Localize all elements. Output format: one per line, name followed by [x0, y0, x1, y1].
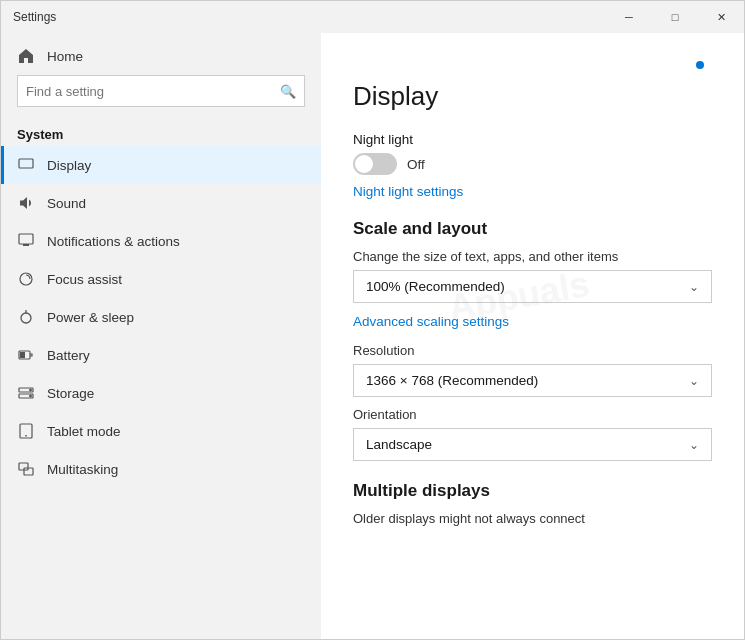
- toggle-knob: [355, 155, 373, 173]
- svg-point-3: [21, 313, 31, 323]
- resolution-label: Resolution: [353, 343, 712, 358]
- sidebar-item-notifications[interactable]: Notifications & actions: [1, 222, 321, 260]
- close-button[interactable]: ✕: [698, 1, 744, 33]
- monitor-icon: [688, 57, 712, 81]
- resolution-chevron-icon: ⌄: [689, 374, 699, 388]
- multiple-displays-section: Multiple displays Older displays might n…: [353, 481, 712, 526]
- sidebar-item-tablet[interactable]: Tablet mode: [1, 412, 321, 450]
- home-icon: [17, 47, 35, 65]
- settings-window: Settings ─ □ ✕ Home 🔍: [0, 0, 745, 640]
- scale-dropdown[interactable]: 100% (Recommended) ⌄: [353, 270, 712, 303]
- night-light-toggle[interactable]: [353, 153, 397, 175]
- svg-point-9: [30, 395, 32, 397]
- sidebar-item-notifications-label: Notifications & actions: [47, 234, 180, 249]
- sidebar-item-focus[interactable]: Focus assist: [1, 260, 321, 298]
- orientation-value: Landscape: [366, 437, 432, 452]
- night-light-section: Night light Off Night light settings: [353, 132, 712, 199]
- orientation-label: Orientation: [353, 407, 712, 422]
- sidebar-section-system: System: [1, 119, 321, 146]
- advanced-scaling-link[interactable]: Advanced scaling settings: [353, 314, 509, 329]
- storage-icon: [17, 384, 35, 402]
- sidebar-item-tablet-label: Tablet mode: [47, 424, 121, 439]
- svg-rect-5: [20, 352, 25, 358]
- sidebar-item-display[interactable]: Display: [1, 146, 321, 184]
- orientation-group: Orientation Landscape ⌄: [353, 407, 712, 461]
- battery-icon: [17, 346, 35, 364]
- multiple-displays-heading: Multiple displays: [353, 481, 712, 501]
- sidebar-item-home[interactable]: Home: [1, 33, 321, 71]
- main-content: Appuals Display Night light Off Night li…: [321, 33, 744, 639]
- night-light-settings-link[interactable]: Night light settings: [353, 184, 463, 199]
- sidebar: Home 🔍 System Display: [1, 33, 321, 639]
- titlebar: Settings ─ □ ✕: [1, 1, 744, 33]
- scale-layout-heading: Scale and layout: [353, 219, 712, 239]
- search-input[interactable]: [18, 84, 280, 99]
- power-icon: [17, 308, 35, 326]
- svg-point-14: [696, 61, 704, 69]
- sidebar-item-battery[interactable]: Battery: [1, 336, 321, 374]
- sidebar-item-multitasking-label: Multitasking: [47, 462, 118, 477]
- display-icon: [17, 156, 35, 174]
- monitor-decoration: [353, 57, 712, 81]
- resolution-value: 1366 × 768 (Recommended): [366, 373, 538, 388]
- sidebar-item-power[interactable]: Power & sleep: [1, 298, 321, 336]
- sidebar-item-sound[interactable]: Sound: [1, 184, 321, 222]
- sidebar-item-home-label: Home: [47, 49, 83, 64]
- change-size-label: Change the size of text, apps, and other…: [353, 249, 712, 264]
- search-icon: 🔍: [280, 84, 304, 99]
- sidebar-item-power-label: Power & sleep: [47, 310, 134, 325]
- svg-rect-0: [19, 159, 33, 168]
- sidebar-item-focus-label: Focus assist: [47, 272, 122, 287]
- search-box[interactable]: 🔍: [17, 75, 305, 107]
- multitasking-icon: [17, 460, 35, 478]
- maximize-button[interactable]: □: [652, 1, 698, 33]
- night-light-toggle-row: Off: [353, 153, 712, 175]
- resolution-dropdown[interactable]: 1366 × 768 (Recommended) ⌄: [353, 364, 712, 397]
- svg-point-8: [30, 389, 32, 391]
- multiple-displays-description: Older displays might not always connect: [353, 511, 712, 526]
- content-area: Home 🔍 System Display: [1, 33, 744, 639]
- notifications-icon: [17, 232, 35, 250]
- sidebar-item-multitasking[interactable]: Multitasking: [1, 450, 321, 488]
- titlebar-title: Settings: [13, 10, 56, 24]
- resolution-group: Resolution 1366 × 768 (Recommended) ⌄: [353, 343, 712, 397]
- night-light-label: Night light: [353, 132, 712, 147]
- sidebar-item-sound-label: Sound: [47, 196, 86, 211]
- svg-rect-1: [19, 234, 33, 244]
- orientation-dropdown[interactable]: Landscape ⌄: [353, 428, 712, 461]
- tablet-icon: [17, 422, 35, 440]
- page-title: Display: [353, 81, 712, 112]
- sound-icon: [17, 194, 35, 212]
- titlebar-controls: ─ □ ✕: [606, 1, 744, 33]
- scale-value: 100% (Recommended): [366, 279, 505, 294]
- sidebar-item-battery-label: Battery: [47, 348, 90, 363]
- orientation-chevron-icon: ⌄: [689, 438, 699, 452]
- sidebar-item-storage[interactable]: Storage: [1, 374, 321, 412]
- focus-icon: [17, 270, 35, 288]
- minimize-button[interactable]: ─: [606, 1, 652, 33]
- scale-layout-section: Scale and layout Change the size of text…: [353, 219, 712, 461]
- sidebar-item-display-label: Display: [47, 158, 91, 173]
- night-light-state: Off: [407, 157, 425, 172]
- sidebar-item-storage-label: Storage: [47, 386, 94, 401]
- scale-chevron-icon: ⌄: [689, 280, 699, 294]
